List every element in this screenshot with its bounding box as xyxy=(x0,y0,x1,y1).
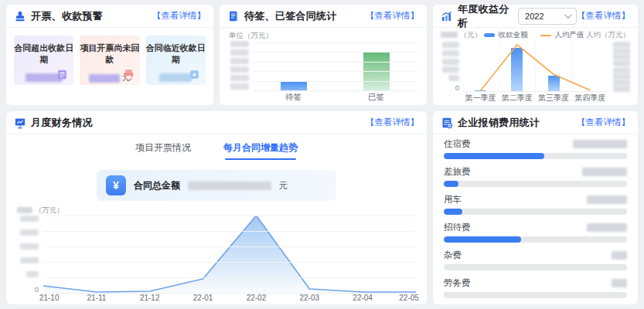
view-details-link[interactable]: 【查看详情】 xyxy=(577,117,630,128)
expense-row: 用车 xyxy=(444,194,627,215)
expense-bar-track xyxy=(444,209,627,215)
expense-bar-fill xyxy=(444,236,521,243)
expense-bar-track xyxy=(444,236,627,243)
tab-bar: 项目开票情况 每月合同增量趋势 xyxy=(6,134,427,160)
view-details-link[interactable]: 【查看详情】 xyxy=(577,10,630,22)
expense-value-redacted xyxy=(573,140,627,148)
x-label: 第三季度 xyxy=(536,93,572,104)
view-details-link[interactable]: 【查看详情】 xyxy=(152,10,206,22)
expense-value-redacted xyxy=(612,251,627,260)
panel-title: 年度收益分析 xyxy=(458,5,510,30)
legend-bar-swatch xyxy=(484,33,495,37)
expense-row: 劳务费 xyxy=(444,277,627,298)
bar-column xyxy=(252,42,335,90)
presentation-board-icon xyxy=(14,117,26,129)
line-series xyxy=(462,42,608,91)
expense-label: 差旅费 xyxy=(444,166,471,178)
left-axis-ticks-redacted: 0 xyxy=(441,42,462,92)
x-label: 待签 xyxy=(252,92,335,103)
x-axis-labels: 第一季度 第二季度 第三季度 第四季度 xyxy=(462,92,608,104)
expense-row: 杂费 xyxy=(444,250,627,270)
plot-area xyxy=(43,216,416,294)
panel-contract-stats: 待签、已签合同统计 【查看详情】 单位（万元） xyxy=(220,5,427,105)
panel-header: 开票、收款预警 【查看详情】 xyxy=(6,5,213,28)
contract-icon xyxy=(227,10,240,22)
panel-header: 月度财务情况 【查看详情】 xyxy=(6,111,427,134)
expense-label: 劳务费 xyxy=(444,277,471,289)
summary-suffix: 元 xyxy=(279,180,288,192)
x-label: 22-01 xyxy=(193,294,213,302)
annual-chart: 0 第一季度 第二季度 第三季度 第四季度 xyxy=(433,40,638,105)
expense-value-redacted xyxy=(587,223,627,232)
origin-label: 0 xyxy=(455,83,459,92)
card-label: 合同临近收款日期 xyxy=(146,42,206,66)
panel-expense-stats: 企业报销费用统计 【查看详情】 住宿费差旅费用车招待费杂费劳务费通讯费租车费 xyxy=(433,111,638,304)
expense-label: 住宿费 xyxy=(444,138,471,150)
panel-invoice-warning: 开票、收款预警 【查看详情】 合同超出收款日期 项目开票尚未回款 元 xyxy=(6,5,213,105)
contracts-chart: 单位（万元） 待签 已签 xyxy=(220,28,427,105)
right-axis-unit: 人均（万元） xyxy=(586,30,630,40)
panel-annual-analysis: 年度收益分析 2022 【查看详情】 （元） 收款金额 人均产值 人均（万元） xyxy=(433,5,638,105)
summary-label: 合同总金额 xyxy=(134,179,180,192)
year-select-value: 2022 xyxy=(525,12,543,21)
document-icon xyxy=(56,68,69,81)
card-label: 合同超出收款日期 xyxy=(14,42,73,66)
x-label: 22-03 xyxy=(299,294,319,302)
panel-header: 企业报销费用统计 【查看详情】 xyxy=(433,111,638,134)
expense-row: 差旅费 xyxy=(444,166,627,187)
expense-bar-fill xyxy=(444,209,462,215)
expense-value-redacted xyxy=(612,279,627,287)
legend-line-swatch xyxy=(540,35,551,36)
bar-column xyxy=(335,42,417,90)
contract-total-card: ¥ 合同总金额 元 xyxy=(97,170,336,201)
x-axis-labels: 待签 已签 xyxy=(252,91,417,104)
right-axis-ticks-redacted xyxy=(608,42,632,92)
y-axis-unit: （万元） xyxy=(17,205,416,216)
legend-item-bar: 收款金额 xyxy=(484,30,528,40)
y-axis-ticks-redacted: 0 xyxy=(17,216,39,294)
x-label: 21-11 xyxy=(87,294,106,302)
expense-label: 杂费 xyxy=(444,250,462,261)
summary-value-redacted xyxy=(188,182,271,190)
monthly-area-chart: （万元） 0 xyxy=(17,205,416,304)
x-label: 22-04 xyxy=(353,294,373,302)
expense-bar-track xyxy=(444,153,627,159)
y-axis-ticks-redacted xyxy=(229,41,249,90)
expense-value-redacted xyxy=(587,195,627,204)
view-details-link[interactable]: 【查看详情】 xyxy=(366,10,419,22)
year-select[interactable]: 2022 xyxy=(518,8,577,25)
expense-row: 住宿费 xyxy=(444,138,627,159)
x-label: 第一季度 xyxy=(462,93,499,104)
y-axis-unit: 单位（万元） xyxy=(229,31,417,41)
yuan-icon: ¥ xyxy=(106,175,126,195)
expense-bar-fill xyxy=(444,153,544,159)
expense-bar-track xyxy=(444,264,627,270)
x-label: 已签 xyxy=(335,92,417,103)
tab-project-invoicing[interactable]: 项目开票情况 xyxy=(135,141,191,160)
legend-item-line: 人均产值 xyxy=(540,30,584,40)
area-series xyxy=(43,216,416,293)
tab-monthly-contract-trend[interactable]: 每月合同增量趋势 xyxy=(223,141,298,160)
panel-header: 年度收益分析 2022 【查看详情】 xyxy=(433,5,638,28)
panel-header: 待签、已签合同统计 【查看详情】 xyxy=(220,5,427,28)
panel-title: 月度财务情况 xyxy=(31,116,93,130)
card-contract-overdue: 合同超出收款日期 xyxy=(14,36,73,85)
x-axis-labels: 21-1021-1121-1222-0122-0222-0322-0422-05 xyxy=(43,294,416,304)
expense-bar-track xyxy=(444,292,627,298)
legend: 收款金额 人均产值 xyxy=(484,30,584,40)
bar-pending xyxy=(281,82,307,90)
panel-title: 企业报销费用统计 xyxy=(458,116,540,130)
x-label: 22-02 xyxy=(247,294,267,302)
panel-title: 待签、已签合同统计 xyxy=(244,9,337,23)
card-invoiced-unpaid: 项目开票尚未回款 元 xyxy=(80,36,139,85)
bar-chart-icon xyxy=(441,10,453,22)
summary-row: ¥ 合同总金额 元 xyxy=(6,170,427,201)
expense-value-redacted xyxy=(582,168,627,176)
x-label: 22-05 xyxy=(399,294,419,302)
download-icon xyxy=(188,68,201,81)
left-axis-unit: （元） xyxy=(441,30,482,40)
view-details-link[interactable]: 【查看详情】 xyxy=(366,117,419,128)
expense-label: 用车 xyxy=(444,194,462,205)
plot-area xyxy=(252,42,417,91)
expense-bar-track xyxy=(444,181,627,187)
